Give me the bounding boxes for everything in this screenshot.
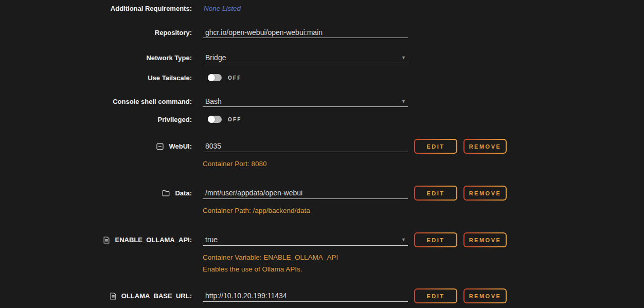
field-block-ollama-base-url: OLLAMA_BASE_URL: EDIT REMOVE Container V…	[0, 288, 644, 308]
network-type-value: Bridge	[203, 53, 226, 62]
edit-button[interactable]: EDIT	[414, 139, 457, 154]
enable-ollama-api-label: ENABLE_OLLAMA_API:	[115, 236, 192, 244]
console-shell-select[interactable]: Bash ▼	[203, 96, 408, 107]
edit-button[interactable]: EDIT	[414, 232, 457, 247]
field-row-enable-ollama-api: ENABLE_OLLAMA_API: true ▼ EDIT REMOVE	[0, 232, 644, 247]
ollama-base-url-input[interactable]	[203, 292, 408, 300]
field-row-privileged: Privileged: OFF	[0, 115, 644, 123]
minus-square-icon	[156, 143, 164, 150]
toggle-knob	[208, 116, 215, 123]
chevron-down-icon: ▼	[401, 99, 408, 104]
edit-button[interactable]: EDIT	[414, 288, 457, 303]
data-help-container-path: Container Path: /app/backend/data	[203, 207, 644, 214]
remove-button[interactable]: REMOVE	[463, 288, 507, 303]
privileged-label: Privileged:	[158, 116, 192, 123]
field-row-additional-requirements: Additional Requirements: None Listed	[0, 3, 644, 13]
additional-requirements-label: Additional Requirements:	[111, 5, 192, 12]
data-path-input[interactable]	[203, 189, 408, 197]
webui-port-input[interactable]	[203, 142, 408, 150]
repository-input[interactable]	[203, 28, 408, 37]
privileged-toggle[interactable]	[208, 116, 222, 123]
webui-label: WebUI:	[169, 142, 192, 150]
container-settings-form: Additional Requirements: None Listed Rep…	[0, 0, 644, 308]
field-row-webui: WebUI: EDIT REMOVE	[0, 139, 644, 154]
data-label: Data:	[175, 189, 192, 197]
chevron-down-icon: ▼	[401, 237, 408, 242]
field-block-webui: WebUI: EDIT REMOVE Container Port: 8080	[0, 139, 644, 168]
field-row-use-tailscale: Use Tailscale: OFF	[0, 74, 644, 82]
remove-button[interactable]: REMOVE	[463, 232, 507, 247]
use-tailscale-state: OFF	[228, 75, 242, 81]
field-row-repository: Repository:	[0, 27, 644, 38]
remove-button[interactable]: REMOVE	[463, 139, 507, 154]
enable-ollama-api-select[interactable]: true ▼	[203, 234, 408, 246]
privileged-state: OFF	[228, 117, 242, 122]
use-tailscale-label: Use Tailscale:	[148, 74, 192, 82]
field-row-console-shell: Console shell command: Bash ▼	[0, 96, 644, 107]
use-tailscale-toggle[interactable]	[208, 74, 222, 81]
chevron-down-icon: ▼	[401, 55, 408, 60]
toggle-knob	[208, 74, 215, 81]
repository-label: Repository:	[155, 29, 192, 37]
field-row-network-type: Network Type: Bridge ▼	[0, 52, 644, 63]
field-row-data: Data: EDIT REMOVE	[0, 186, 644, 201]
console-shell-label: Console shell command:	[113, 98, 192, 105]
field-row-ollama-base-url: OLLAMA_BASE_URL: EDIT REMOVE	[0, 288, 644, 303]
edit-button[interactable]: EDIT	[414, 186, 457, 201]
file-icon	[110, 293, 116, 300]
network-type-label: Network Type:	[146, 54, 192, 62]
console-shell-value: Bash	[203, 97, 222, 105]
enable-ollama-api-help-variable: Container Variable: ENABLE_OLLAMA_API	[203, 253, 644, 261]
field-block-data: Data: EDIT REMOVE Container Path: /app/b…	[0, 186, 644, 214]
field-block-enable-ollama-api: ENABLE_OLLAMA_API: true ▼ EDIT REMOVE Co…	[0, 232, 644, 273]
folder-icon	[162, 190, 170, 196]
additional-requirements-value: None Listed	[203, 5, 241, 12]
ollama-base-url-label: OLLAMA_BASE_URL:	[121, 292, 192, 300]
network-type-select[interactable]: Bridge ▼	[203, 52, 408, 63]
enable-ollama-api-value: true	[203, 235, 218, 244]
webui-help-container-port: Container Port: 8080	[203, 160, 644, 168]
enable-ollama-api-help-description: Enables the use of Ollama APIs.	[203, 265, 644, 273]
file-icon	[103, 237, 110, 244]
remove-button[interactable]: REMOVE	[463, 186, 507, 201]
